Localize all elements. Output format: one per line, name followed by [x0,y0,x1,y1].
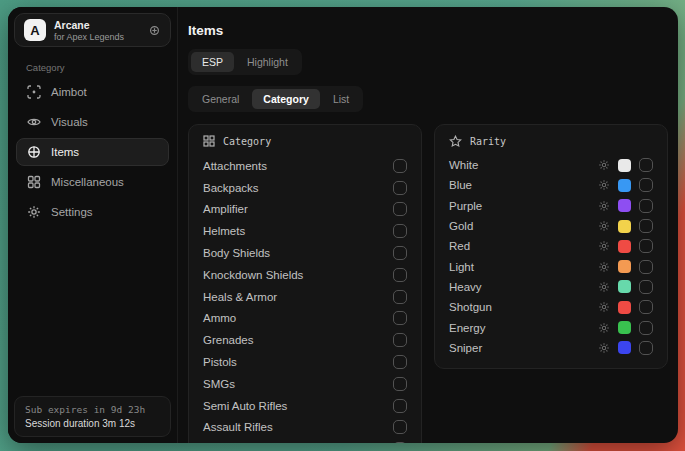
category-label: Backpacks [203,182,259,194]
rarity-row: Blue [449,175,653,195]
category-row: Amplifier [203,199,407,221]
sidebar-item-label: Miscellaneous [51,176,124,188]
rarity-checkbox[interactable] [639,300,653,314]
rarity-row: Heavy [449,277,653,297]
star-icon [449,135,462,148]
rarity-checkbox[interactable] [639,321,653,335]
category-checkbox[interactable] [393,377,407,391]
rarity-label: Sniper [449,342,482,354]
category-checkbox[interactable] [393,181,407,195]
category-panel-title: Category [223,136,271,147]
sidebar-item-label: Settings [51,206,93,218]
category-row: Backpacks [203,177,407,199]
app-logo-card: A Arcane for Apex Legends [14,13,171,47]
sub-expires-text: Sub expires in 9d 23h [25,404,160,415]
category-row: Heals & Armor [203,286,407,308]
target-icon [27,145,41,159]
category-checkbox[interactable] [393,246,407,260]
tab-list[interactable]: List [322,89,360,109]
highlight-mode-button[interactable]: Highlight [236,52,299,72]
rarity-gear-icon[interactable] [598,179,610,191]
rarity-list: White [449,155,653,358]
color-swatch[interactable] [618,341,631,354]
category-checkbox[interactable] [393,355,407,369]
color-swatch[interactable] [618,199,631,212]
category-panel-header: Category [203,133,407,155]
category-checkbox[interactable] [393,224,407,238]
rarity-row: Energy [449,317,653,337]
grid-icon [27,175,41,189]
crosshair-icon [27,85,41,99]
tab-category[interactable]: Category [252,89,320,109]
sidebar-item-visuals[interactable]: Visuals [16,108,169,136]
category-row: LMGs [203,438,407,443]
category-checkbox[interactable] [393,311,407,325]
rarity-checkbox[interactable] [639,158,653,172]
sidebar-nav: Aimbot Visuals Items [14,78,171,226]
sidebar-section-label: Category [26,62,171,73]
category-checkbox[interactable] [393,268,407,282]
rarity-label: Purple [449,200,482,212]
page-title: Items [188,23,668,38]
rarity-label: Energy [449,322,485,334]
color-swatch[interactable] [618,280,631,293]
tab-bar: General Category List [188,86,363,112]
rarity-gear-icon[interactable] [598,281,610,293]
color-swatch[interactable] [618,240,631,253]
category-label: SMGs [203,378,235,390]
category-checkbox[interactable] [393,399,407,413]
category-checkbox[interactable] [393,290,407,304]
category-checkbox[interactable] [393,202,407,216]
rarity-panel-title: Rarity [470,136,506,147]
rarity-checkbox[interactable] [639,239,653,253]
rarity-checkbox[interactable] [639,219,653,233]
category-checkbox[interactable] [393,442,407,443]
rarity-gear-icon[interactable] [598,342,610,354]
rarity-label: Blue [449,179,472,191]
rarity-checkbox[interactable] [639,341,653,355]
sidebar-item-label: Items [51,146,79,158]
rarity-gear-icon[interactable] [598,240,610,252]
app-subtitle: for Apex Legends [54,32,124,42]
rarity-label: Shotgun [449,301,492,313]
sidebar-item-miscellaneous[interactable]: Miscellaneous [16,168,169,196]
color-swatch[interactable] [618,220,631,233]
rarity-gear-icon[interactable] [598,159,610,171]
rarity-checkbox[interactable] [639,199,653,213]
category-label: Grenades [203,334,254,346]
rarity-row: Sniper [449,338,653,358]
category-label: Amplifier [203,203,248,215]
category-panel: Category Attachments Backpacks [188,124,422,443]
rarity-panel-header: Rarity [449,133,653,155]
category-checkbox[interactable] [393,333,407,347]
category-checkbox[interactable] [393,420,407,434]
rarity-checkbox[interactable] [639,178,653,192]
rarity-gear-icon[interactable] [598,220,610,232]
category-row: Assault Rifles [203,417,407,439]
sidebar-item-settings[interactable]: Settings [16,198,169,226]
category-label: Helmets [203,225,245,237]
rarity-gear-icon[interactable] [598,301,610,313]
tab-general[interactable]: General [191,89,250,109]
rarity-gear-icon[interactable] [598,322,610,334]
category-checkbox[interactable] [393,159,407,173]
scan-crosshair-icon[interactable] [148,24,161,37]
rarity-label: Red [449,240,470,252]
color-swatch[interactable] [618,301,631,314]
sidebar-item-aimbot[interactable]: Aimbot [16,78,169,106]
rarity-checkbox[interactable] [639,280,653,294]
color-swatch[interactable] [618,260,631,273]
rarity-label: Gold [449,220,473,232]
sidebar: A Arcane for Apex Legends Category [8,7,178,443]
rarity-checkbox[interactable] [639,260,653,274]
color-swatch[interactable] [618,179,631,192]
rarity-label: Light [449,261,474,273]
rarity-gear-icon[interactable] [598,261,610,273]
rarity-gear-icon[interactable] [598,200,610,212]
category-label: Ammo [203,312,236,324]
esp-mode-button[interactable]: ESP [191,52,234,72]
sidebar-item-items[interactable]: Items [16,138,169,166]
color-swatch[interactable] [618,159,631,172]
color-swatch[interactable] [618,321,631,334]
category-label: Semi Auto Rifles [203,400,287,412]
